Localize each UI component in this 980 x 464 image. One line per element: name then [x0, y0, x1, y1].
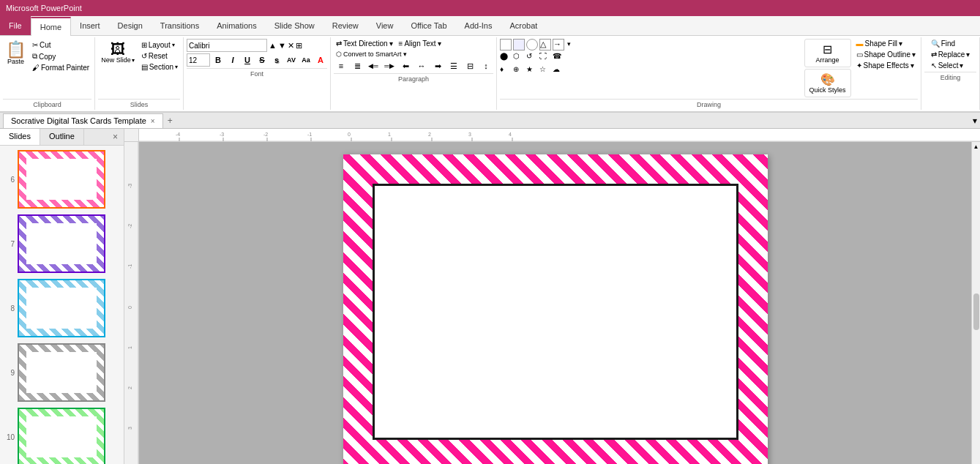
rect-shape[interactable] [513, 39, 525, 50]
copy-icon: ⧉ [32, 52, 37, 61]
tab-design[interactable]: Design [109, 16, 152, 35]
new-slide-button[interactable]: 🖼 New Slide ▾ [98, 40, 138, 65]
doc-tab-close-btn[interactable]: × [151, 117, 155, 125]
layout-button[interactable]: ⊞ Layout ▾ [139, 40, 180, 50]
shape-7[interactable]: ⊕ [513, 65, 525, 77]
align-right-button[interactable]: ➡ [430, 60, 445, 72]
scroll-up-btn[interactable]: ▲ [973, 143, 979, 150]
tab-file[interactable]: File [0, 16, 31, 35]
triangle-shape[interactable]: △ [539, 39, 551, 50]
font-grow-icon[interactable]: ▲ [269, 41, 277, 50]
shadow-button[interactable]: s [270, 53, 283, 67]
scroll-thumb[interactable] [973, 293, 979, 330]
find-icon: 🔍 [931, 40, 940, 48]
col-button[interactable]: ⊟ [463, 60, 477, 72]
slide-main[interactable] [343, 154, 768, 465]
italic-button[interactable]: I [226, 53, 239, 67]
align-text-button[interactable]: ≡ Align Text ▾ [397, 39, 444, 48]
slide-canvas-area[interactable] [139, 142, 971, 464]
font-size-input[interactable] [187, 53, 210, 67]
slide-thumb-8[interactable]: 8 [3, 277, 121, 339]
slide-preview-8[interactable] [18, 279, 105, 337]
format-painter-button[interactable]: 🖌 Format Painter [30, 63, 91, 72]
find-button[interactable]: 🔍 Find [929, 39, 973, 48]
ribbon-collapse-btn[interactable]: ▾ [970, 114, 980, 127]
align-left-button[interactable]: ⬅ [398, 60, 413, 72]
cut-button[interactable]: ✂ Cut [30, 40, 91, 50]
replace-button[interactable]: ⇄ Replace ▾ [929, 50, 973, 59]
font-clear-icon[interactable]: ✕ [288, 41, 294, 50]
slide-num-9: 9 [4, 369, 15, 377]
slide-preview-6[interactable] [18, 150, 105, 209]
slides-panel-close-btn[interactable]: × [107, 129, 124, 145]
slide-inner-content[interactable] [373, 184, 738, 440]
tab-addins[interactable]: Add-Ins [456, 16, 501, 35]
drawing-label: Drawing [500, 99, 918, 110]
shape-fill-button[interactable]: ▬ Shape Fill ▾ [854, 39, 918, 48]
arrange-button[interactable]: ⊟ Arrange [804, 39, 851, 67]
shape-effects-button[interactable]: ✦ Shape Effects ▾ [854, 61, 918, 70]
slides-tab[interactable]: Slides [0, 129, 40, 145]
shape-1[interactable]: ⬤ [500, 52, 512, 64]
decrease-indent-button[interactable]: ◀═ [366, 60, 381, 72]
font-color-button[interactable]: A [314, 53, 327, 67]
font-name-input[interactable] [187, 39, 267, 52]
tab-home[interactable]: Home [31, 17, 71, 36]
numbering-button[interactable]: ≣ [350, 60, 364, 72]
tab-insert[interactable]: Insert [71, 16, 109, 35]
doc-tab-main[interactable]: Socrative Digital Task Cards Template × [3, 113, 163, 128]
case-button[interactable]: Aa [299, 53, 313, 67]
justify-button[interactable]: ☰ [446, 60, 461, 72]
bold-button[interactable]: B [212, 53, 225, 67]
arrow-shape[interactable]: → [553, 39, 564, 50]
underline-button[interactable]: U [241, 53, 254, 67]
shape-3[interactable]: ↺ [526, 52, 538, 64]
font-shrink-icon[interactable]: ▼ [278, 41, 286, 50]
section-button[interactable]: ▤ Section ▾ [139, 62, 180, 72]
slide-preview-7[interactable] [18, 214, 105, 273]
quick-styles-button[interactable]: 🎨 Quick Styles [804, 69, 851, 97]
v-scrollbar[interactable]: ▲ ▼ [971, 142, 980, 464]
select-button[interactable]: ↖ Select ▾ [929, 61, 973, 70]
convert-smartart-button[interactable]: ⬡ Convert to SmartArt ▾ [334, 50, 409, 59]
doc-tab-new-btn[interactable]: + [163, 114, 177, 127]
oval-shape[interactable] [526, 39, 538, 50]
shape-6[interactable]: ♦ [500, 65, 512, 77]
char-spacing-button[interactable]: AV [285, 53, 298, 67]
line-shape[interactable] [500, 39, 512, 50]
text-direction-button[interactable]: ⇄ Text Direction ▾ [334, 39, 395, 48]
tab-review[interactable]: Review [323, 16, 367, 35]
reset-button[interactable]: ↺ Reset [139, 51, 180, 61]
slide-thumb-7[interactable]: 7 [3, 213, 121, 274]
shape-10[interactable]: ☁ [553, 65, 564, 77]
line-spacing-button[interactable]: ↕ [479, 60, 493, 72]
copy-button[interactable]: ⧉ Copy [30, 51, 91, 61]
slide-thumb-9[interactable]: 9 [3, 342, 121, 403]
slide-thumb-10[interactable]: 10 [3, 406, 121, 464]
strikethrough-button[interactable]: S [255, 53, 269, 67]
slide-thumb-6[interactable]: 6 [3, 149, 121, 210]
bullets-button[interactable]: ≡ [334, 60, 348, 72]
slide-preview-9[interactable] [18, 343, 105, 402]
tab-acrobat[interactable]: Acrobat [501, 16, 546, 35]
align-center-button[interactable]: ↔ [414, 60, 429, 72]
slide-preview-10[interactable] [18, 408, 105, 464]
font-copy-icon[interactable]: ⊞ [296, 41, 302, 50]
shape-5[interactable]: ☎ [553, 52, 564, 64]
shape-8[interactable]: ★ [526, 65, 538, 77]
shapes-more[interactable]: ▾ [566, 39, 572, 50]
section-icon: ▤ [141, 63, 148, 71]
shape-9[interactable]: ☆ [539, 65, 551, 77]
tab-view[interactable]: View [367, 16, 403, 35]
shape-2[interactable]: ⬡ [513, 52, 525, 64]
outline-tab[interactable]: Outline [40, 129, 84, 145]
paste-button[interactable]: 📋 Paste [3, 40, 29, 67]
tab-animations[interactable]: Animations [208, 16, 265, 35]
shape-4[interactable]: ⛶ [539, 52, 551, 64]
increase-indent-button[interactable]: ═▶ [382, 60, 397, 72]
tab-transitions[interactable]: Transitions [152, 16, 208, 35]
shape-outline-button[interactable]: ▭ Shape Outline ▾ [854, 50, 918, 59]
tab-officetab[interactable]: Office Tab [402, 16, 455, 35]
tab-slideshow[interactable]: Slide Show [266, 16, 323, 35]
arrange-label: Arrange [816, 56, 839, 64]
